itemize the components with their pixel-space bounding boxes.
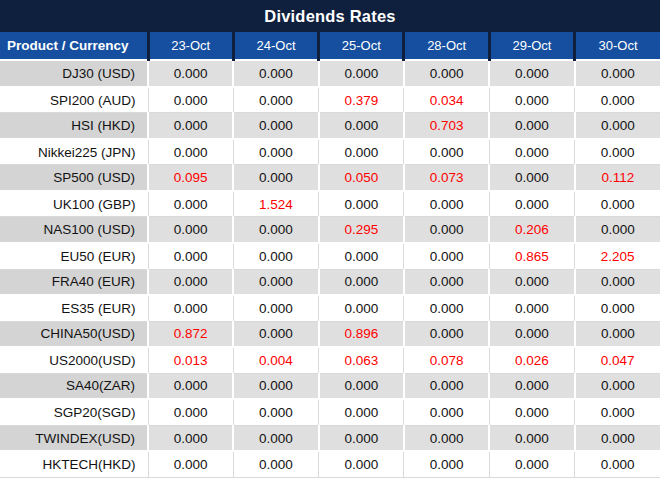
rate-cell: 0.000 bbox=[233, 60, 318, 87]
product-cell: ES35 (EUR) bbox=[0, 295, 148, 321]
rate-cell: 0.000 bbox=[319, 269, 404, 295]
rate-cell: 0.026 bbox=[489, 347, 574, 373]
rate-cell: 0.000 bbox=[489, 399, 574, 425]
rate-cell: 0.000 bbox=[489, 191, 574, 217]
header-row: Product / Currency 23-Oct24-Oct25-Oct28-… bbox=[0, 32, 660, 60]
rate-cell: 0.000 bbox=[575, 113, 660, 139]
table-row: TWINDEX(USD)0.0000.0000.0000.0000.0000.0… bbox=[0, 425, 660, 451]
product-cell: UK100 (GBP) bbox=[0, 191, 148, 217]
date-column-header: 23-Oct bbox=[148, 32, 233, 60]
rate-cell: 2.205 bbox=[575, 243, 660, 269]
rate-cell: 0.000 bbox=[233, 399, 318, 425]
rate-cell: 0.000 bbox=[233, 217, 318, 243]
product-cell: SGP20(SGD) bbox=[0, 399, 148, 425]
rate-cell: 0.013 bbox=[148, 347, 233, 373]
rate-cell: 0.000 bbox=[575, 425, 660, 451]
rate-cell: 0.000 bbox=[489, 451, 574, 477]
rate-cell: 0.000 bbox=[148, 139, 233, 165]
date-column-header: 30-Oct bbox=[575, 32, 660, 60]
rate-cell: 0.000 bbox=[489, 165, 574, 191]
rate-cell: 0.000 bbox=[575, 373, 660, 399]
table-row: UK100 (GBP)0.0001.5240.0000.0000.0000.00… bbox=[0, 191, 660, 217]
rate-cell: 0.000 bbox=[148, 399, 233, 425]
rate-cell: 0.000 bbox=[404, 425, 489, 451]
rate-cell: 0.000 bbox=[575, 321, 660, 347]
rate-cell: 0.112 bbox=[575, 165, 660, 191]
table-row: NAS100 (USD)0.0000.0000.2950.0000.2060.0… bbox=[0, 217, 660, 243]
rate-cell: 0.000 bbox=[319, 451, 404, 477]
table-row: SPI200 (AUD)0.0000.0000.3790.0340.0000.0… bbox=[0, 87, 660, 113]
rate-cell: 0.000 bbox=[319, 399, 404, 425]
table-row: HSI (HKD)0.0000.0000.0000.7030.0000.000 bbox=[0, 113, 660, 139]
table-row: HKTECH(HKD)0.0000.0000.0000.0000.0000.00… bbox=[0, 451, 660, 477]
table-row: ES35 (EUR)0.0000.0000.0000.0000.0000.000 bbox=[0, 295, 660, 321]
rate-cell: 0.000 bbox=[404, 269, 489, 295]
rate-cell: 0.379 bbox=[319, 87, 404, 113]
rate-cell: 0.000 bbox=[575, 87, 660, 113]
product-cell: HKTECH(HKD) bbox=[0, 451, 148, 477]
date-column-header: 25-Oct bbox=[319, 32, 404, 60]
rate-cell: 0.000 bbox=[404, 399, 489, 425]
rate-cell: 0.000 bbox=[233, 321, 318, 347]
product-cell: NAS100 (USD) bbox=[0, 217, 148, 243]
product-cell: Nikkei225 (JPN) bbox=[0, 139, 148, 165]
rate-cell: 0.000 bbox=[148, 451, 233, 477]
table-row: FRA40 (EUR)0.0000.0000.0000.0000.0000.00… bbox=[0, 269, 660, 295]
rate-cell: 0.000 bbox=[489, 295, 574, 321]
rate-cell: 0.000 bbox=[489, 321, 574, 347]
rate-cell: 0.000 bbox=[319, 113, 404, 139]
table-row: SGP20(SGD)0.0000.0000.0000.0000.0000.000 bbox=[0, 399, 660, 425]
table-row: US2000(USD)0.0130.0040.0630.0780.0260.04… bbox=[0, 347, 660, 373]
product-cell: SA40(ZAR) bbox=[0, 373, 148, 399]
rate-cell: 0.000 bbox=[148, 113, 233, 139]
rate-cell: 0.000 bbox=[489, 425, 574, 451]
rate-cell: 0.000 bbox=[148, 295, 233, 321]
rate-cell: 0.000 bbox=[575, 295, 660, 321]
rate-cell: 0.050 bbox=[319, 165, 404, 191]
rate-cell: 0.000 bbox=[319, 425, 404, 451]
rate-cell: 0.000 bbox=[404, 451, 489, 477]
rate-cell: 0.000 bbox=[233, 243, 318, 269]
rate-cell: 0.295 bbox=[319, 217, 404, 243]
rate-cell: 0.000 bbox=[233, 425, 318, 451]
date-column-header: 24-Oct bbox=[233, 32, 318, 60]
rate-cell: 0.865 bbox=[489, 243, 574, 269]
date-column-header: 29-Oct bbox=[489, 32, 574, 60]
rate-cell: 0.095 bbox=[148, 165, 233, 191]
rate-cell: 0.000 bbox=[404, 321, 489, 347]
rate-cell: 0.000 bbox=[575, 451, 660, 477]
rate-cell: 0.000 bbox=[233, 295, 318, 321]
rate-cell: 0.047 bbox=[575, 347, 660, 373]
rate-cell: 0.000 bbox=[319, 243, 404, 269]
rate-cell: 0.000 bbox=[404, 139, 489, 165]
rate-cell: 0.000 bbox=[148, 217, 233, 243]
rate-cell: 0.000 bbox=[233, 139, 318, 165]
dividends-rates-panel: Dividends Rates Product / Currency 23-Oc… bbox=[0, 0, 660, 478]
product-currency-header: Product / Currency bbox=[0, 32, 148, 60]
table-title: Dividends Rates bbox=[0, 0, 660, 32]
date-column-header: 28-Oct bbox=[404, 32, 489, 60]
table-row: SP500 (USD)0.0950.0000.0500.0730.0000.11… bbox=[0, 165, 660, 191]
rate-cell: 0.034 bbox=[404, 87, 489, 113]
rate-cell: 0.000 bbox=[148, 60, 233, 87]
rate-cell: 0.000 bbox=[233, 373, 318, 399]
product-cell: SP500 (USD) bbox=[0, 165, 148, 191]
rate-cell: 0.000 bbox=[489, 373, 574, 399]
table-row: CHINA50(USD)0.8720.0000.8960.0000.0000.0… bbox=[0, 321, 660, 347]
rate-cell: 0.063 bbox=[319, 347, 404, 373]
rate-cell: 0.000 bbox=[233, 165, 318, 191]
rate-cell: 0.000 bbox=[319, 60, 404, 87]
rate-cell: 0.000 bbox=[319, 139, 404, 165]
rate-cell: 0.000 bbox=[404, 191, 489, 217]
product-cell: TWINDEX(USD) bbox=[0, 425, 148, 451]
rate-cell: 0.896 bbox=[319, 321, 404, 347]
product-cell: US2000(USD) bbox=[0, 347, 148, 373]
rate-cell: 0.000 bbox=[404, 60, 489, 87]
rate-cell: 0.000 bbox=[489, 269, 574, 295]
rate-cell: 0.000 bbox=[148, 269, 233, 295]
product-cell: CHINA50(USD) bbox=[0, 321, 148, 347]
rate-cell: 1.524 bbox=[233, 191, 318, 217]
product-cell: HSI (HKD) bbox=[0, 113, 148, 139]
product-cell: EU50 (EUR) bbox=[0, 243, 148, 269]
rate-cell: 0.000 bbox=[404, 243, 489, 269]
